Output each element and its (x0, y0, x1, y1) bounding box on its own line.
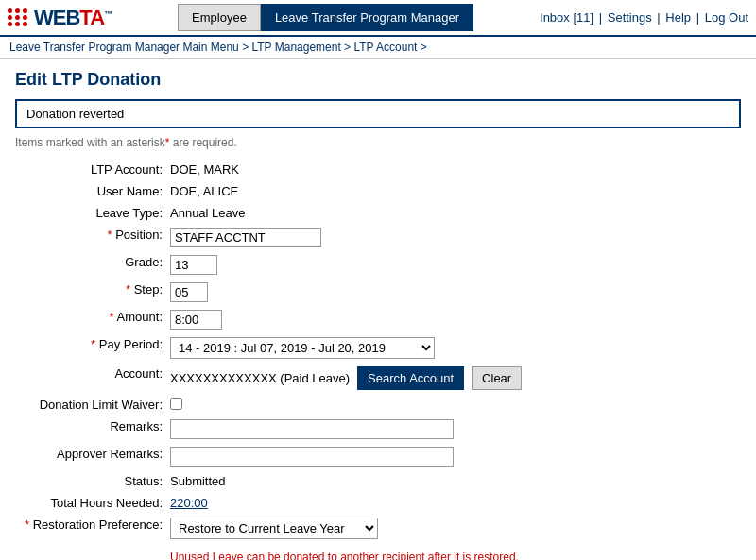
account-row: Account: XXXXXXXXXXXXX (Paid Leave) Sear… (15, 363, 741, 394)
approver-remarks-input[interactable] (170, 447, 454, 467)
pay-period-row: * Pay Period: 14 - 2019 : Jul 07, 2019 -… (15, 333, 741, 363)
status-value: Submitted (166, 470, 741, 492)
breadcrumb-ltp-account[interactable]: LTP Account (353, 41, 417, 54)
ltp-account-row: LTP Account: DOE, MARK (15, 159, 741, 180)
step-input[interactable] (170, 282, 208, 302)
info-note: Unused Leave can be donated to another r… (170, 551, 737, 560)
restoration-pref-label: * Restoration Preference: (15, 514, 166, 543)
step-label: * Step: (15, 279, 166, 306)
main-content: Edit LTP Donation Donation reverted Item… (0, 59, 756, 560)
amount-input[interactable] (170, 310, 222, 330)
grade-input[interactable] (170, 255, 217, 275)
tab-employee[interactable]: Employee (178, 4, 261, 31)
help-link[interactable]: Help (665, 10, 691, 25)
user-name-label: User Name: (15, 180, 166, 202)
total-hours-label: Total Hours Needed: (15, 492, 166, 514)
total-hours-value[interactable]: 220:00 (170, 496, 208, 510)
donation-limit-checkbox[interactable] (170, 398, 182, 410)
header: WEBTA™ Employee Leave Transfer Program M… (0, 0, 756, 37)
logo-tm: ™ (104, 8, 112, 18)
tab-ltp-manager[interactable]: Leave Transfer Program Manager (261, 4, 473, 31)
pay-period-select[interactable]: 14 - 2019 : Jul 07, 2019 - Jul 20, 2019 (170, 337, 435, 359)
account-value: XXXXXXXXXXXXX (Paid Leave) (170, 371, 350, 385)
pay-period-label: * Pay Period: (15, 333, 166, 363)
logo: WEBTA™ (8, 6, 112, 30)
position-input[interactable] (170, 228, 321, 247)
total-hours-row: Total Hours Needed: 220:00 (15, 492, 741, 514)
remarks-label: Remarks: (15, 416, 166, 443)
approver-remarks-label: Approver Remarks: (15, 443, 166, 470)
form-table: LTP Account: DOE, MARK User Name: DOE, A… (15, 159, 741, 560)
inbox-link[interactable]: Inbox [11] (540, 10, 593, 25)
breadcrumb: Leave Transfer Program Manager Main Menu… (0, 37, 756, 59)
remarks-input[interactable] (170, 419, 454, 439)
logo-dots (8, 8, 28, 26)
amount-row: * Amount: (15, 306, 741, 333)
clear-button[interactable]: Clear (472, 366, 522, 390)
status-label: Status: (15, 470, 166, 492)
account-value-row: XXXXXXXXXXXXX (Paid Leave) Search Accoun… (170, 366, 737, 390)
restoration-pref-row: * Restoration Preference: Restore to Cur… (15, 514, 741, 543)
step-row: * Step: (15, 279, 741, 306)
amount-label: * Amount: (15, 306, 166, 333)
leave-type-value: Annual Leave (166, 202, 741, 224)
restoration-pref-select[interactable]: Restore to Current Leave Year (170, 518, 378, 539)
leave-type-label: Leave Type: (15, 202, 166, 224)
position-row: * Position: (15, 224, 741, 251)
settings-link[interactable]: Settings (608, 10, 652, 25)
breadcrumb-ltp-mgmt[interactable]: LTP Management (251, 41, 340, 54)
search-account-button[interactable]: Search Account (357, 366, 464, 390)
alert-box: Donation reverted (15, 99, 741, 128)
logo-text: WEBTA™ (34, 6, 112, 30)
account-label: Account: (15, 363, 166, 394)
leave-type-row: Leave Type: Annual Leave (15, 202, 741, 224)
breadcrumb-ltp-main[interactable]: Leave Transfer Program Manager Main Menu (9, 41, 239, 54)
remarks-row: Remarks: (15, 416, 741, 443)
user-name-value: DOE, ALICE (166, 180, 741, 202)
donation-limit-row: Donation Limit Waiver: (15, 394, 741, 416)
ltp-account-label: LTP Account: (15, 159, 166, 180)
user-name-row: User Name: DOE, ALICE (15, 180, 741, 202)
nav-tabs: Employee Leave Transfer Program Manager (178, 4, 473, 31)
top-links: Inbox [11] | Settings | Help | Log Out (540, 10, 748, 25)
approver-remarks-row: Approver Remarks: (15, 443, 741, 470)
position-label: * Position: (15, 224, 166, 251)
page-title: Edit LTP Donation (15, 70, 741, 90)
grade-row: Grade: (15, 251, 741, 279)
logout-link[interactable]: Log Out (705, 10, 748, 25)
donation-limit-label: Donation Limit Waiver: (15, 394, 166, 416)
grade-label: Grade: (15, 251, 166, 279)
required-note: Items marked with an asterisk* are requi… (15, 136, 741, 149)
info-note-row: Unused Leave can be donated to another r… (15, 543, 741, 560)
status-row: Status: Submitted (15, 470, 741, 492)
ltp-account-value: DOE, MARK (166, 159, 741, 180)
alert-message: Donation reverted (26, 107, 124, 121)
